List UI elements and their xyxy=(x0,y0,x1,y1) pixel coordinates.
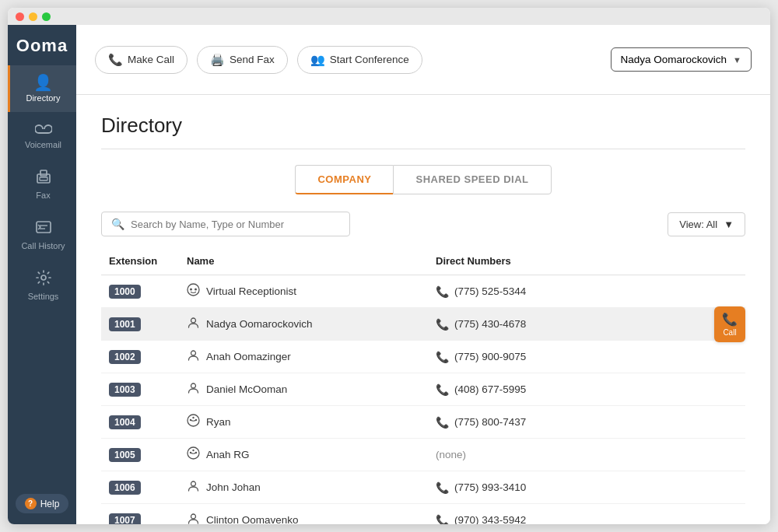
cell-extension: 1002 xyxy=(101,341,179,373)
send-fax-button[interactable]: 🖨️ Send Fax xyxy=(197,46,288,74)
contact-name: Anah Oomazinger xyxy=(206,351,291,362)
fax-btn-icon: 🖨️ xyxy=(210,53,225,67)
table-row: 1004Ryan📞(775) 800-7437 xyxy=(101,406,745,439)
contact-icon xyxy=(187,381,200,397)
contact-icon xyxy=(187,283,200,299)
table-row: 1003Daniel McOoman📞(408) 677-5995 xyxy=(101,373,745,406)
cell-name: John Johan xyxy=(179,471,428,504)
tab-company[interactable]: COMPANY xyxy=(295,165,393,194)
contact-name: John Johan xyxy=(206,481,261,493)
page-title: Directory xyxy=(101,114,745,138)
cell-name: Ryan xyxy=(179,406,428,439)
table-row: 1000Virtual Receptionist📞(775) 525-5344 xyxy=(101,275,745,308)
cell-phone: 📞(775) 993-3410 xyxy=(428,471,745,504)
phone-icon: 📞 xyxy=(436,318,449,331)
user-dropdown[interactable]: Nadya Oomarockovich ▼ xyxy=(611,47,752,72)
phone-icon: 📞 xyxy=(436,383,449,396)
phone-number: (775) 430-4678 xyxy=(454,318,526,330)
cell-extension: 1006 xyxy=(101,471,179,504)
make-call-button[interactable]: 📞 Make Call xyxy=(95,46,187,74)
svg-rect-6 xyxy=(40,177,47,180)
phone-icon: 📞 xyxy=(436,416,449,429)
phone-icon: 📞 xyxy=(108,53,123,67)
cell-name: Clinton Oomavenko xyxy=(179,504,428,525)
col-header-name: Name xyxy=(179,250,428,275)
sidebar-item-call-history[interactable]: Call History xyxy=(8,209,76,260)
sidebar-item-voicemail[interactable]: Voicemail xyxy=(8,112,76,159)
minimize-dot[interactable] xyxy=(29,12,37,21)
extension-badge: 1004 xyxy=(109,415,141,429)
contact-icon xyxy=(187,479,200,495)
extension-badge: 1006 xyxy=(109,481,141,495)
sidebar-item-settings[interactable]: Settings xyxy=(8,260,76,310)
svg-rect-2 xyxy=(39,129,48,132)
tabs-row: COMPANY SHARED SPEED DIAL xyxy=(101,165,745,194)
search-box: 🔍 xyxy=(101,212,350,236)
phone-icon: 📞 xyxy=(436,481,449,494)
view-dropdown[interactable]: View: All ▼ xyxy=(668,212,745,236)
search-input[interactable] xyxy=(131,219,340,230)
table-row: 1007Clinton Oomavenko📞(970) 343-5942 xyxy=(101,504,745,525)
sidebar-help: ? Help xyxy=(8,483,76,524)
search-icon: 🔍 xyxy=(111,218,124,230)
phone-number: (775) 900-9075 xyxy=(454,351,526,362)
help-button[interactable]: ? Help xyxy=(16,494,69,513)
extension-badge: 1001 xyxy=(109,317,141,331)
sidebar-item-directory[interactable]: 👤 Directory xyxy=(8,65,76,112)
cell-extension: 1004 xyxy=(101,406,179,439)
extension-badge: 1007 xyxy=(109,513,141,525)
logo: Ooma xyxy=(8,25,76,65)
directory-icon: 👤 xyxy=(33,75,53,90)
cell-name: Virtual Receptionist xyxy=(179,275,428,308)
help-icon: ? xyxy=(25,498,37,509)
tab-shared-speed-dial[interactable]: SHARED SPEED DIAL xyxy=(393,165,551,194)
no-phone: (none) xyxy=(436,449,466,460)
extension-badge: 1000 xyxy=(109,285,141,299)
cell-extension: 1001 xyxy=(101,308,179,341)
svg-point-24 xyxy=(192,450,194,451)
contact-icon xyxy=(187,348,200,365)
cell-phone: 📞(775) 430-4678📞Call xyxy=(428,308,745,341)
conference-icon: 👥 xyxy=(310,53,325,67)
close-dot[interactable] xyxy=(16,12,24,21)
call-btn-label: Call xyxy=(723,328,736,337)
call-button[interactable]: 📞Call xyxy=(714,306,745,342)
sidebar-nav: 👤 Directory Voicemail Fax xyxy=(8,65,76,483)
start-conference-button[interactable]: 👥 Start Conference xyxy=(297,46,422,74)
svg-point-11 xyxy=(187,284,199,296)
table-row: 1006John Johan📞(775) 993-3410 xyxy=(101,471,745,504)
phone-icon: 📞 xyxy=(436,351,449,363)
contact-name: Virtual Receptionist xyxy=(206,285,296,297)
svg-point-13 xyxy=(194,289,197,291)
svg-point-15 xyxy=(191,351,196,355)
contact-name: Clinton Oomavenko xyxy=(206,514,299,524)
svg-point-25 xyxy=(191,481,196,486)
table-row: 1002Anah Oomazinger📞(775) 900-9075 xyxy=(101,341,745,373)
cell-phone: 📞(775) 800-7437 xyxy=(428,406,745,439)
page-content: Directory COMPANY SHARED SPEED DIAL 🔍 xyxy=(76,95,770,524)
top-bar: 📞 Make Call 🖨️ Send Fax 👥 Start Conferen… xyxy=(76,25,770,95)
cell-name: Nadya Oomarockovich xyxy=(179,308,428,341)
phone-number: (775) 525-5344 xyxy=(454,285,526,297)
svg-point-16 xyxy=(191,383,196,388)
contact-icon xyxy=(187,446,200,463)
settings-icon xyxy=(35,269,52,289)
svg-point-12 xyxy=(190,289,192,291)
cell-phone: 📞(970) 343-5942 xyxy=(428,504,745,525)
extension-badge: 1003 xyxy=(109,383,141,397)
main-content: 📞 Make Call 🖨️ Send Fax 👥 Start Conferen… xyxy=(76,25,770,524)
cell-phone: 📞(775) 900-9075 xyxy=(428,341,745,373)
divider xyxy=(101,149,745,149)
contact-name: Daniel McOoman xyxy=(206,383,287,395)
svg-point-17 xyxy=(187,415,199,426)
cell-name: Anah Oomazinger xyxy=(179,341,428,373)
extension-badge: 1005 xyxy=(109,448,141,462)
maximize-dot[interactable] xyxy=(42,12,51,21)
sidebar-item-fax[interactable]: Fax xyxy=(8,159,76,209)
cell-phone: 📞(408) 677-5995 xyxy=(428,373,745,406)
call-history-icon xyxy=(35,219,52,238)
cell-name: Anah RG xyxy=(179,439,428,471)
call-btn-icon: 📞 xyxy=(722,312,738,327)
cell-extension: 1003 xyxy=(101,373,179,406)
fax-icon xyxy=(35,168,52,187)
